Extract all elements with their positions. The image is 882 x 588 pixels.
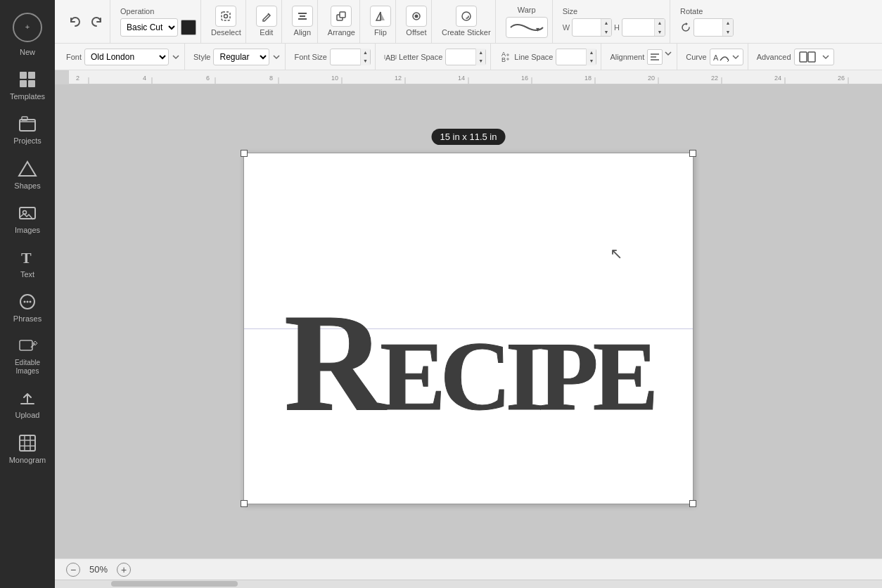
offset-button[interactable] bbox=[406, 6, 427, 27]
curve-button[interactable]: A bbox=[710, 49, 743, 65]
font-size-down-btn[interactable]: ▼ bbox=[361, 57, 370, 65]
style-select[interactable]: Regular bbox=[213, 49, 269, 65]
svg-text:12: 12 bbox=[395, 75, 402, 82]
deselect-button[interactable] bbox=[215, 6, 236, 27]
letter-space-icon: AB bbox=[384, 51, 397, 63]
font-size-input[interactable]: 1000.8 bbox=[331, 52, 360, 62]
line-space-group: AB Line Space 1 ▲ ▼ bbox=[495, 44, 601, 70]
scrollbar-thumb[interactable] bbox=[111, 581, 238, 587]
align-left-button[interactable] bbox=[647, 49, 663, 65]
edit-button[interactable] bbox=[256, 6, 277, 27]
letter-space-up-btn[interactable]: ▲ bbox=[476, 49, 485, 57]
height-input[interactable]: 11.5 bbox=[622, 23, 654, 32]
sidebar-new-label: New bbox=[20, 48, 35, 57]
letter-space-input[interactable]: -0.4 bbox=[446, 52, 475, 62]
svg-rect-5 bbox=[22, 117, 27, 120]
arrange-button[interactable] bbox=[331, 6, 352, 27]
sidebar-item-text[interactable]: T Text bbox=[0, 241, 55, 285]
sidebar-item-upload[interactable]: Upload bbox=[0, 381, 55, 426]
operation-label: Operation bbox=[120, 7, 196, 15]
templates-icon bbox=[18, 70, 37, 89]
redo-button[interactable] bbox=[87, 13, 106, 31]
sidebar-item-phrases[interactable]: Phrases bbox=[0, 285, 55, 329]
color-swatch[interactable] bbox=[181, 20, 196, 35]
arrange-label: Arrange bbox=[328, 28, 355, 37]
undo-redo-group bbox=[62, 0, 110, 43]
advanced-button[interactable] bbox=[794, 49, 834, 65]
toolbar-second: Font Old London Style Regular Font Size … bbox=[55, 44, 882, 70]
align-label: Align bbox=[294, 28, 311, 37]
operation-select[interactable]: Basic Cut bbox=[120, 18, 178, 37]
svg-rect-15 bbox=[20, 435, 35, 451]
zoom-bar: − 50% + bbox=[55, 558, 882, 580]
edit-label: Edit bbox=[260, 28, 273, 37]
rotate-icon bbox=[680, 22, 691, 33]
svg-text:14: 14 bbox=[458, 75, 465, 82]
line-space-down-btn[interactable]: ▼ bbox=[587, 57, 596, 65]
sidebar-item-templates[interactable]: Templates bbox=[0, 63, 55, 107]
handle-bottom-left[interactable] bbox=[241, 500, 248, 507]
alignment-group: Alignment bbox=[606, 44, 677, 70]
undo-button[interactable] bbox=[66, 13, 84, 31]
align-button[interactable] bbox=[292, 6, 313, 27]
rotate-up-btn[interactable]: ▲ bbox=[723, 18, 733, 27]
sidebar-item-shapes[interactable]: Shapes bbox=[0, 152, 55, 196]
sidebar-projects-label: Projects bbox=[13, 136, 41, 146]
line-space-input[interactable]: 1 bbox=[556, 52, 586, 62]
svg-rect-24 bbox=[298, 18, 307, 20]
width-label: W bbox=[563, 23, 570, 32]
projects-icon bbox=[18, 114, 37, 134]
width-down-btn[interactable]: ▼ bbox=[601, 27, 611, 37]
svg-text:26: 26 bbox=[838, 75, 845, 82]
sidebar-item-images[interactable]: Images bbox=[0, 196, 55, 241]
new-circle-button[interactable]: + bbox=[13, 13, 42, 42]
sidebar-item-projects[interactable]: Projects bbox=[0, 107, 55, 151]
width-input[interactable]: 15 bbox=[573, 23, 601, 32]
rotate-down-btn[interactable]: ▼ bbox=[723, 27, 733, 37]
svg-rect-26 bbox=[340, 12, 345, 18]
height-up-btn[interactable]: ▲ bbox=[655, 18, 665, 27]
svg-text:4: 4 bbox=[143, 75, 146, 82]
letter-space-label: Letter Space bbox=[399, 53, 442, 61]
line-space-icon: AB bbox=[499, 51, 512, 63]
scrollbar-horizontal[interactable] bbox=[55, 580, 882, 588]
svg-rect-22 bbox=[298, 13, 307, 14]
canvas-main[interactable]: 15 in x 11.5 in @font-face {} bbox=[55, 84, 882, 558]
toolbar-top: Operation Basic Cut Deselect bbox=[55, 0, 882, 44]
svg-text:B: B bbox=[501, 56, 506, 63]
svg-text:A: A bbox=[713, 53, 719, 62]
zoom-in-button[interactable]: + bbox=[117, 563, 131, 577]
rotate-label: Rotate bbox=[680, 7, 734, 15]
svg-point-11 bbox=[24, 301, 26, 303]
width-up-btn[interactable]: ▲ bbox=[601, 18, 611, 27]
sidebar-templates-label: Templates bbox=[10, 92, 45, 101]
main-panel: Operation Basic Cut Deselect bbox=[55, 0, 882, 588]
line-space-up-btn[interactable]: ▲ bbox=[587, 49, 596, 57]
zoom-out-button[interactable]: − bbox=[66, 563, 80, 577]
rotate-input[interactable]: 0 bbox=[694, 23, 722, 32]
sidebar-item-editable-images[interactable]: Editable Images bbox=[0, 329, 55, 381]
ruler-horizontal: 2 4 6 8 10 12 14 16 18 20 22 bbox=[69, 70, 882, 84]
flip-group: Flip bbox=[366, 0, 396, 43]
warp-group: Warp ▾ bbox=[501, 0, 553, 43]
warp-button[interactable]: ▾ bbox=[506, 17, 548, 38]
letter-space-down-btn[interactable]: ▼ bbox=[476, 57, 485, 65]
plus-icon: + bbox=[25, 23, 30, 32]
create-sticker-button[interactable] bbox=[456, 6, 477, 27]
create-sticker-group: Create Sticker bbox=[437, 0, 496, 43]
sidebar-item-monogram[interactable]: Monogram bbox=[0, 426, 55, 471]
canvas-with-ruler: 2 4 6 8 10 12 14 16 bbox=[55, 84, 882, 558]
size-label: Size bbox=[563, 7, 665, 15]
handle-top-right[interactable] bbox=[689, 150, 696, 157]
height-down-btn[interactable]: ▼ bbox=[655, 27, 665, 37]
font-size-up-btn[interactable]: ▲ bbox=[361, 49, 370, 57]
svg-text:8: 8 bbox=[269, 75, 273, 82]
sidebar-item-new[interactable]: + New bbox=[0, 6, 55, 63]
upload-icon bbox=[18, 388, 37, 408]
flip-button[interactable] bbox=[370, 6, 391, 27]
design-canvas[interactable]: 15 in x 11.5 in @font-face {} bbox=[243, 153, 694, 504]
font-size-input-group: 1000.8 ▲ ▼ bbox=[330, 49, 371, 65]
font-select[interactable]: Old London bbox=[84, 49, 169, 65]
advanced-group: Advanced bbox=[753, 44, 838, 70]
handle-bottom-right[interactable] bbox=[689, 500, 696, 507]
